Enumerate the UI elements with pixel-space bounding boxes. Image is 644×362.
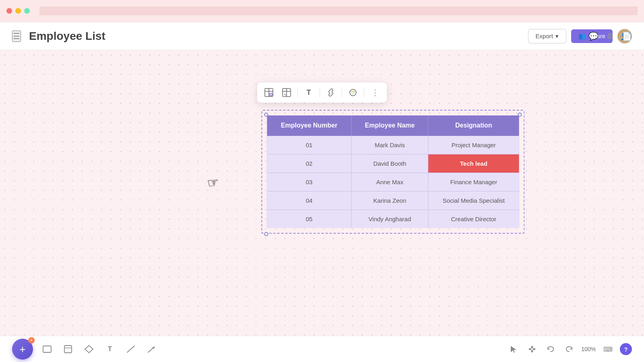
chevron-down-icon: ▾: [555, 33, 559, 40]
fab-add-button[interactable]: + ✦: [12, 339, 33, 360]
cell-designation: Tech lead: [428, 154, 520, 173]
arrow-tool[interactable]: [145, 342, 159, 356]
cell-designation: Social Media Specialist: [428, 191, 520, 210]
toolbar-divider-1: [297, 88, 298, 97]
cursor-tool[interactable]: [507, 343, 520, 356]
table-row: 02David BoothTech lead: [266, 154, 519, 173]
table-row: 04Karina ZeonSocial Media Specialist: [266, 191, 519, 210]
palette-button[interactable]: [345, 85, 361, 100]
col-header-name: Employee Name: [351, 115, 428, 136]
svg-rect-14: [43, 346, 51, 352]
cell-employee-name: Anne Max: [351, 173, 428, 191]
hand-cursor-icon: ☞: [206, 174, 220, 191]
svg-line-9: [284, 94, 286, 95]
sticky-tool[interactable]: [61, 342, 75, 356]
svg-point-12: [354, 91, 355, 93]
svg-marker-17: [85, 346, 93, 353]
keyboard-button[interactable]: ⌨: [601, 343, 614, 356]
table-container: Employee Number Employee Name Designatio…: [266, 115, 520, 229]
toolbar-divider-3: [342, 88, 342, 97]
maximize-dot[interactable]: [24, 8, 30, 14]
menu-button[interactable]: ☰: [12, 31, 21, 42]
cell-employee-number: 03: [266, 173, 351, 191]
cell-employee-number: 02: [266, 154, 351, 173]
cell-employee-number: 01: [266, 136, 351, 154]
cell-employee-name: Karina Zeon: [351, 191, 428, 210]
header: ☰ Employee List Export ▾ 👥 Share 👤 💬 ⚙ 📄: [0, 22, 644, 50]
cell-designation: Project Manager: [428, 136, 520, 154]
toolbar-divider-4: [364, 88, 364, 97]
close-dot[interactable]: [6, 8, 12, 14]
svg-marker-25: [533, 348, 536, 350]
page-title: Employee List: [29, 30, 528, 43]
table-row: 03Anne MaxFinance Manager: [266, 173, 519, 191]
handle-top-left[interactable]: [264, 113, 268, 117]
svg-line-18: [127, 346, 134, 352]
share-icon: 👥: [578, 33, 586, 40]
table-row: 01Mark DavisProject Manager: [266, 136, 519, 154]
svg-marker-21: [511, 346, 516, 353]
col-header-designation: Designation: [428, 115, 520, 136]
table-body: 01Mark DavisProject Manager02David Booth…: [266, 136, 519, 229]
minimize-dot[interactable]: [15, 8, 21, 14]
svg-rect-15: [64, 346, 72, 353]
cell-employee-name: David Booth: [351, 154, 428, 173]
handle-top-right[interactable]: [518, 113, 522, 117]
bottom-right-tools: 100% ⌨ ?: [507, 343, 632, 356]
fab-badge: ✦: [28, 337, 35, 343]
redo-button[interactable]: [563, 343, 576, 356]
undo-button[interactable]: [544, 343, 557, 356]
rectangle-tool[interactable]: [40, 342, 54, 356]
canvas[interactable]: T ⋮ Empl: [0, 50, 644, 362]
titlebar: [0, 0, 644, 22]
text-tool[interactable]: T: [103, 342, 117, 356]
cursor: ☞: [207, 175, 219, 190]
bottom-left-tools: + ✦ T: [12, 339, 159, 360]
move-tool[interactable]: [526, 343, 539, 356]
cell-designation: Finance Manager: [428, 173, 520, 191]
col-header-number: Employee Number: [266, 115, 351, 136]
handle-bottom-left[interactable]: [264, 232, 268, 236]
toolbar-divider-2: [320, 88, 320, 97]
edit-table-button[interactable]: [279, 85, 294, 100]
window-dots: [6, 8, 30, 14]
diamond-tool[interactable]: [82, 342, 96, 356]
line-tool[interactable]: [124, 342, 138, 356]
zoom-level: 100%: [581, 346, 596, 352]
filter-icon[interactable]: ⚙: [607, 31, 614, 41]
svg-marker-24: [528, 348, 532, 350]
floating-toolbar: T ⋮: [257, 82, 387, 103]
link-tool-button[interactable]: [323, 85, 339, 100]
chat-icon[interactable]: 💬: [588, 31, 599, 41]
plus-icon: +: [19, 343, 25, 356]
text-tool-button[interactable]: T: [301, 85, 316, 100]
header-right-icons: 💬 ⚙ 📄: [588, 31, 632, 41]
title-url-bar[interactable]: [39, 6, 638, 15]
bottom-toolbar: + ✦ T: [0, 336, 644, 362]
cell-designation: Creative Director: [428, 210, 520, 229]
svg-marker-22: [531, 346, 533, 349]
cell-employee-number: 05: [266, 210, 351, 229]
table-row: 05Vindy AngharadCreative Director: [266, 210, 519, 229]
svg-marker-23: [531, 350, 533, 353]
cell-employee-number: 04: [266, 191, 351, 210]
svg-point-13: [353, 93, 354, 95]
add-table-button[interactable]: [261, 85, 277, 100]
cell-employee-name: Mark Davis: [351, 136, 428, 154]
help-button[interactable]: ?: [620, 343, 632, 355]
export-button[interactable]: Export ▾: [528, 29, 566, 43]
employee-table: Employee Number Employee Name Designatio…: [266, 115, 520, 229]
more-button[interactable]: ⋮: [367, 85, 383, 100]
export-label: Export: [536, 33, 553, 39]
table-header-row: Employee Number Employee Name Designatio…: [266, 115, 519, 136]
svg-point-11: [351, 91, 353, 93]
edit-icon[interactable]: 📄: [622, 31, 632, 41]
cell-employee-name: Vindy Angharad: [351, 210, 428, 229]
